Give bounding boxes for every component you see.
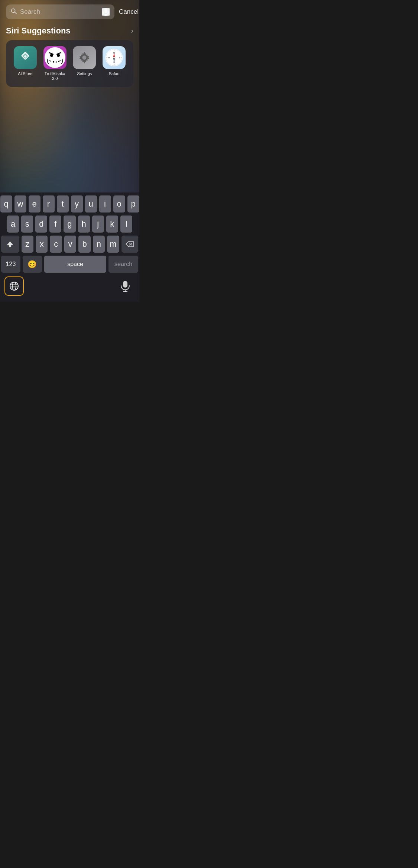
svg-point-17 [82,55,87,59]
key-z[interactable]: z [22,236,33,253]
key-b[interactable]: b [78,236,90,253]
emoji-key[interactable]: 😊 [23,256,42,273]
svg-line-1 [14,12,16,14]
number-key[interactable]: 123 [1,256,20,273]
altstore-app-icon [14,46,37,69]
keyboard-row-3: z x c v b n m [1,236,138,253]
svg-point-8 [45,47,65,68]
key-n[interactable]: n [93,236,105,253]
svg-rect-14 [54,60,56,63]
settings-app-label: Settings [77,71,92,76]
shift-key[interactable] [1,236,19,253]
trollmisaka-app-icon [43,46,67,69]
search-icon [10,8,17,16]
key-w[interactable]: w [14,195,26,213]
key-q[interactable]: q [0,195,12,213]
suggested-apps-card: AltStore [6,40,133,87]
svg-rect-37 [123,281,127,288]
key-y[interactable]: y [71,195,83,213]
keyboard: q w e r t y u i o p a s d f g h j k l [0,192,139,274]
key-c[interactable]: c [50,236,62,253]
space-key[interactable]: space [44,256,107,273]
key-u[interactable]: u [85,195,97,213]
app-item-trollmisaka[interactable]: TrollMisaka 2.0 [42,46,68,81]
svg-text:W: W [108,56,110,59]
app-item-settings[interactable]: Settings [71,46,98,76]
trollmisaka-app-label: TrollMisaka 2.0 [42,71,68,81]
key-f[interactable]: f [49,216,61,233]
keyboard-row-4: 123 😊 space search [1,256,138,273]
globe-button[interactable] [4,276,24,296]
delete-key[interactable] [121,236,138,253]
keyboard-bottom-row [0,274,139,302]
key-l[interactable]: l [120,216,132,233]
key-i[interactable]: i [99,195,111,213]
key-p[interactable]: p [127,195,139,213]
key-a[interactable]: a [7,216,19,233]
key-d[interactable]: d [35,216,47,233]
siri-suggestions-header: Siri Suggestions › [6,26,133,36]
app-item-safari[interactable]: N S W E Safari [101,46,127,76]
key-k[interactable]: k [106,216,118,233]
key-h[interactable]: h [78,216,90,233]
siri-suggestions-title: Siri Suggestions [6,26,71,36]
app-item-altstore[interactable]: AltStore [12,46,39,76]
microphone-icon[interactable] [102,8,110,16]
siri-suggestions-section: Siri Suggestions › AltStore [0,23,139,91]
microphone-bottom-icon[interactable] [116,276,135,296]
altstore-app-label: AltStore [18,71,32,76]
search-input-wrapper[interactable] [6,4,114,19]
key-m[interactable]: m [107,236,119,253]
key-s[interactable]: s [21,216,33,233]
svg-text:E: E [119,56,120,59]
key-g[interactable]: g [64,216,75,233]
key-j[interactable]: j [92,216,104,233]
svg-rect-15 [56,60,58,62]
key-v[interactable]: v [64,236,76,253]
search-bar: Cancel [0,0,139,23]
key-o[interactable]: o [113,195,125,213]
key-x[interactable]: x [36,236,48,253]
key-r[interactable]: r [43,195,55,213]
settings-app-icon [73,46,96,69]
key-t[interactable]: t [57,195,69,213]
keyboard-row-2: a s d f g h j k l [1,216,138,233]
safari-app-icon: N S W E [103,46,126,69]
empty-content-area [0,91,139,192]
safari-app-label: Safari [109,71,120,76]
svg-rect-13 [51,60,53,62]
cancel-button[interactable]: Cancel [118,7,139,17]
siri-chevron-icon[interactable]: › [131,27,133,35]
keyboard-row-1: q w e r t y u i o p [1,195,138,213]
search-submit-key[interactable]: search [108,256,138,273]
key-e[interactable]: e [29,195,40,213]
search-input[interactable] [20,8,99,16]
svg-rect-2 [104,8,107,13]
